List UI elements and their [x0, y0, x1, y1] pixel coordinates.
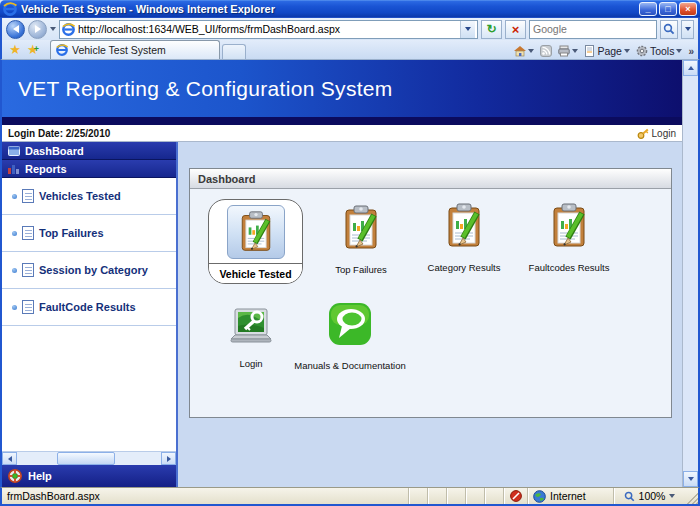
arrow-right-icon	[167, 456, 171, 462]
favorites-button[interactable]: ★	[6, 40, 24, 59]
add-favorite-button[interactable]: ★+	[24, 40, 42, 59]
search-button[interactable]	[660, 20, 678, 39]
sidebar-item-label: FaultCode Results	[39, 301, 136, 313]
command-bar: Page Tools »	[514, 45, 694, 59]
refresh-icon: ↻	[486, 22, 496, 36]
browser-window: Vehicle Test System - Windows Internet E…	[0, 0, 700, 506]
tile-manuals-documentation[interactable]: Manuals & Documentation	[285, 300, 415, 371]
dashboard-icon	[8, 146, 20, 156]
login-laptop-key-icon	[227, 302, 275, 346]
tile-label: Category Results	[414, 262, 514, 273]
main-content: Dashboard Vehicle Tested	[178, 142, 682, 487]
banner-divider	[2, 117, 682, 125]
session-bar: Login Date: 2/25/2010 Login	[2, 125, 682, 142]
dashboard-panel-body: Vehicle Tested Top Failures Category Res…	[190, 189, 671, 418]
zoom-magnifier-icon	[624, 491, 635, 502]
search-input[interactable]	[533, 23, 653, 35]
login-link[interactable]: Login	[637, 127, 676, 139]
app-title: VET Reporting & Configuration System	[18, 77, 393, 101]
url-input[interactable]	[78, 23, 457, 35]
tile-faultcodes-results[interactable]: Faultcodes Results	[519, 202, 619, 273]
rss-feed-icon	[540, 45, 552, 57]
sidebar-horizontal-scrollbar[interactable]	[2, 451, 176, 465]
tile-category-results[interactable]: Category Results	[414, 202, 514, 273]
tile-vehicle-tested[interactable]: Vehicle Tested	[208, 199, 303, 284]
report-doc-icon	[22, 300, 34, 314]
clipboard-chart-icon	[234, 210, 278, 254]
tile-label: Faultcodes Results	[519, 262, 619, 273]
dashboard-panel: Dashboard Vehicle Tested	[189, 168, 672, 418]
forward-button[interactable]	[28, 20, 47, 39]
refresh-button[interactable]: ↻	[481, 20, 502, 39]
new-tab-button[interactable]	[222, 44, 246, 59]
chevron-down-icon	[528, 49, 534, 53]
back-button[interactable]	[6, 20, 25, 39]
search-options-dropdown[interactable]	[681, 20, 694, 39]
scrollbar-thumb[interactable]	[57, 452, 115, 465]
gear-icon	[636, 45, 648, 57]
sidebar-item-faultcode-results[interactable]: FaultCode Results	[2, 289, 176, 326]
tab-label: Vehicle Test System	[72, 44, 166, 56]
ie-logo-icon	[3, 2, 17, 16]
search-box[interactable]	[529, 20, 657, 39]
sidebar-item-session-by-category[interactable]: Session by Category	[2, 252, 176, 289]
clipboard-chart-icon	[545, 202, 593, 250]
title-bar: Vehicle Test System - Windows Internet E…	[0, 0, 700, 18]
login-link-label: Login	[652, 128, 676, 139]
help-lifering-icon	[8, 469, 22, 483]
sidebar-item-top-failures[interactable]: Top Failures	[2, 215, 176, 252]
sidebar-item-help[interactable]: Help	[2, 465, 176, 487]
sidebar-item-vehicles-tested[interactable]: Vehicles Tested	[2, 178, 176, 215]
page-menu-label: Page	[597, 45, 622, 57]
manuals-chat-bubble-icon	[326, 300, 374, 348]
zoom-control[interactable]: 100%	[613, 488, 685, 504]
home-button[interactable]	[514, 45, 534, 57]
vehicle-tested-button[interactable]	[227, 205, 285, 259]
home-icon	[514, 45, 526, 57]
report-doc-icon	[22, 226, 34, 240]
zone-label: Internet	[550, 490, 586, 502]
sidebar-reports-label: Reports	[25, 163, 67, 175]
sidebar-section-reports[interactable]: Reports	[2, 160, 176, 178]
page-vertical-scrollbar[interactable]	[682, 60, 698, 487]
toolbar-overflow-button[interactable]: »	[688, 46, 694, 57]
print-button[interactable]	[558, 45, 578, 57]
search-magnifier-icon	[663, 23, 675, 35]
printer-icon	[558, 45, 570, 57]
maximize-button[interactable]: □	[659, 2, 677, 16]
feeds-button[interactable]	[540, 45, 552, 57]
help-label: Help	[28, 470, 52, 482]
url-field[interactable]	[59, 20, 478, 39]
resize-grip[interactable]	[685, 488, 698, 504]
tools-menu-label: Tools	[650, 45, 675, 57]
window-title: Vehicle Test System - Windows Internet E…	[21, 3, 639, 15]
page-content: VET Reporting & Configuration System Log…	[0, 60, 700, 487]
login-date-label: Login Date: 2/25/2010	[8, 128, 637, 139]
blocked-badge-icon	[510, 490, 522, 502]
page-icon	[584, 45, 595, 57]
status-bar: frmDashBoard.aspx Internet 100%	[0, 487, 700, 506]
scroll-left-button[interactable]	[2, 452, 17, 465]
tools-menu-button[interactable]: Tools	[636, 45, 683, 57]
tab-favicon-ie-icon	[56, 44, 68, 56]
bullet-icon	[12, 305, 17, 310]
plus-icon: +	[34, 44, 39, 54]
scroll-down-button[interactable]	[683, 471, 698, 487]
close-button[interactable]: ×	[679, 2, 697, 16]
scroll-right-button[interactable]	[161, 452, 176, 465]
stop-button[interactable]: ×	[505, 20, 526, 39]
tab-vehicle-test-system[interactable]: Vehicle Test System	[50, 40, 220, 59]
tab-bar: ★ ★+ Vehicle Test System Page Tools »	[0, 40, 700, 60]
tile-top-failures[interactable]: Top Failures	[311, 204, 411, 275]
history-dropdown[interactable]	[50, 27, 56, 31]
bullet-icon	[12, 194, 17, 199]
page-menu-button[interactable]: Page	[584, 45, 630, 57]
chevron-down-icon	[676, 49, 682, 53]
report-doc-icon	[22, 263, 34, 277]
sidebar-item-dashboard[interactable]: DashBoard	[2, 142, 176, 160]
scroll-up-button[interactable]	[683, 60, 698, 76]
minimize-button[interactable]: _	[639, 2, 657, 16]
scrollbar-track[interactable]	[683, 76, 698, 471]
url-dropdown[interactable]	[460, 21, 475, 38]
chevron-down-icon	[624, 49, 630, 53]
